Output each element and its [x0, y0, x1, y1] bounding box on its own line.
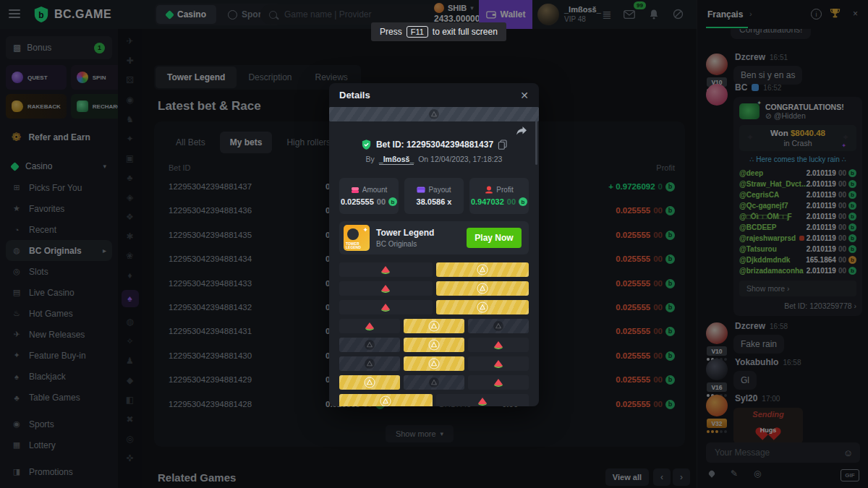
modal-body: Bet ID: 122953042394881437 By _Imßosš_ O… [329, 107, 539, 406]
tower-cell-watermelon[interactable] [468, 338, 529, 352]
triangle-circle-icon [428, 320, 440, 332]
tower-row [339, 281, 529, 296]
tower-cell-tile[interactable] [339, 338, 400, 352]
triangle-circle-icon [364, 339, 375, 351]
watermelon-icon [380, 303, 391, 312]
verified-shield-icon [361, 139, 372, 150]
bet-stats: Amount 0.02555500b Payout 38.0586 x Prof… [339, 178, 529, 214]
triangle-circle-icon [380, 395, 391, 406]
stat-value: 38.0586 x [417, 197, 452, 206]
tower-cell-selected[interactable] [404, 338, 464, 352]
tower-cell-watermelon[interactable] [468, 356, 529, 371]
triangle-circle-icon [364, 377, 375, 388]
copy-icon[interactable] [498, 140, 507, 150]
tower-cell-watermelon[interactable] [339, 281, 433, 296]
triangle-circle-icon [428, 358, 440, 369]
close-modal-icon[interactable]: ✕ [520, 90, 529, 101]
game-card: ✦ TOWERLEGEND Tower Legend BC Originals … [339, 221, 529, 254]
modal-title: Details [339, 90, 520, 100]
stat-profit: Profit 0.94703200b [469, 178, 529, 214]
tower-cell-selected[interactable] [404, 356, 464, 371]
tower-cell-watermelon[interactable] [436, 394, 529, 406]
tower-cell-selected[interactable] [436, 281, 529, 296]
payout-icon [417, 187, 425, 193]
watermelon-icon [380, 284, 391, 294]
tower-row [339, 356, 529, 371]
triangle-circle-icon [477, 264, 488, 275]
tower-cell-tile[interactable] [468, 319, 529, 333]
game-provider: BC Originals [376, 240, 434, 248]
modal-header: Details ✕ [329, 83, 539, 107]
tower-cell-tile[interactable] [404, 375, 464, 390]
bet-datetime: 12/04/2023, 17:18:23 [430, 155, 502, 163]
watermelon-icon [493, 359, 503, 369]
f11-key: F11 [407, 26, 428, 38]
triangle-circle-icon [428, 108, 440, 120]
tower-row [339, 300, 529, 314]
tower-cell-watermelon[interactable] [339, 262, 433, 277]
triangle-circle-icon [364, 358, 375, 369]
tower-row [339, 375, 529, 390]
play-now-button[interactable]: Play Now [467, 228, 522, 248]
stat-value: 0.94703200b [471, 197, 527, 206]
coin-icon: b [519, 197, 527, 206]
tower-cell-selected[interactable] [339, 394, 433, 406]
bet-meta-row: By _Imßosš_ On 12/04/2023, 17:18:23 [339, 155, 529, 163]
share-icon[interactable] [516, 126, 527, 136]
tower-cell-tile[interactable] [339, 356, 400, 371]
watermelon-icon [365, 322, 375, 331]
triangle-circle-icon [428, 377, 440, 388]
tower-result-grid [339, 262, 529, 406]
triangle-circle-icon [428, 339, 440, 351]
tower-row [339, 338, 529, 352]
fullscreen-toast: Press F11 to exit full screen [371, 22, 506, 41]
watermelon-icon [380, 265, 391, 275]
bet-details-modal: Details ✕ Bet ID: 122953042394881437 [329, 83, 539, 406]
watermelon-icon [493, 341, 503, 350]
tower-cell-selected[interactable] [339, 375, 400, 390]
triangle-circle-icon [493, 320, 504, 332]
game-title: Tower Legend [376, 228, 434, 238]
star-icon: ✦ [362, 226, 368, 234]
profit-icon [485, 186, 493, 194]
stat-value: 0.02555500b [341, 197, 397, 206]
tower-row [339, 319, 529, 333]
game-thumbnail[interactable]: ✦ TOWERLEGEND [344, 225, 370, 251]
coin-icon: b [388, 197, 397, 206]
stat-payout: Payout 38.0586 x [404, 178, 464, 214]
watermelon-icon [493, 378, 503, 388]
tower-cell-watermelon[interactable] [468, 375, 529, 390]
modal-scrollbar[interactable] [535, 116, 537, 165]
amount-icon [351, 187, 359, 194]
tower-cell-watermelon[interactable] [339, 319, 400, 333]
player-link[interactable]: _Imßosš_ [379, 155, 414, 165]
triangle-circle-icon [477, 283, 488, 294]
tower-cell-selected[interactable] [436, 300, 529, 314]
gorilla-icon [347, 228, 359, 240]
tower-cell-watermelon[interactable] [339, 300, 433, 314]
triangle-circle-icon [477, 301, 488, 313]
tower-row [339, 394, 529, 406]
stat-amount: Amount 0.02555500b [339, 178, 399, 214]
tower-cell-tile[interactable] [329, 107, 539, 121]
watermelon-icon [477, 397, 488, 406]
tower-row [339, 262, 529, 277]
bet-id-value: 122953042394881437 [407, 140, 493, 150]
tower-cell-selected[interactable] [404, 319, 464, 333]
app: b BC.GAME Casino Sports SHIB ▾ 2433. [0, 0, 868, 488]
tower-cell-selected[interactable] [436, 262, 529, 277]
